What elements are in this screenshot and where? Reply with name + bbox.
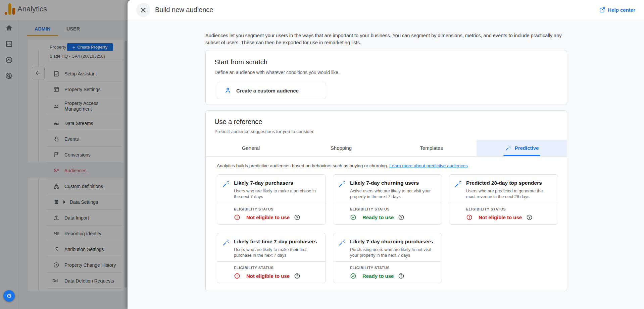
audience-title: Likely 7-day churning purchasers	[350, 239, 437, 245]
magic-wand-icon	[222, 180, 230, 188]
reference-tabs: General Shopping Templates Predictive	[206, 140, 567, 157]
use-a-reference-card: Use a reference Prebuilt audience sugges…	[205, 110, 567, 291]
check-icon	[350, 214, 356, 221]
audience-title: Likely 7-day churning users	[350, 180, 437, 186]
intro-text: Audiences let you segment your users in …	[205, 32, 566, 46]
audience-card-predicted-28-day-top-spenders[interactable]: Predicted 28-day top spenders Users who …	[449, 174, 558, 225]
card-title: Start from scratch	[214, 58, 558, 66]
gear-icon[interactable]: ⚙	[3, 290, 15, 302]
tab-shopping[interactable]: Shopping	[296, 140, 386, 156]
help-icon[interactable]	[294, 273, 300, 279]
eligibility-label: ELIGIBILITY STATUS	[234, 266, 321, 270]
card-subtitle: Define an audience with whatever conditi…	[214, 70, 558, 75]
build-audience-dialog: Build new audience Help center Audiences…	[128, 0, 644, 309]
audience-description: Purchasing users who are likely to not v…	[350, 247, 437, 258]
person-icon	[225, 87, 231, 94]
dialog-header: Build new audience Help center	[128, 0, 644, 20]
create-custom-audience-button[interactable]: Create a custom audience	[217, 82, 326, 99]
audience-grid: Likely 7-day purchasers Users who are li…	[217, 174, 556, 283]
help-icon[interactable]	[398, 273, 404, 279]
eligibility-label: ELIGIBILITY STATUS	[350, 266, 437, 270]
magic-wand-icon	[505, 145, 511, 151]
help-center-link[interactable]: Help center	[599, 7, 635, 13]
close-button[interactable]	[136, 3, 150, 17]
eligibility-label: ELIGIBILITY STATUS	[234, 207, 321, 211]
active-tab-underline	[503, 155, 540, 156]
eligibility-status: Not eligible to use	[234, 214, 321, 221]
start-from-scratch-card: Start from scratch Define an audience wi…	[205, 50, 567, 105]
check-icon	[350, 273, 356, 279]
audience-card-likely-7-day-churning-users[interactable]: Likely 7-day churning users Active users…	[333, 174, 442, 225]
tab-templates[interactable]: Templates	[386, 140, 477, 156]
close-icon	[140, 7, 146, 13]
page-title: Build new audience	[155, 6, 599, 14]
tab-predictive[interactable]: Predictive	[477, 140, 567, 156]
audience-description: Users who are likely to make their first…	[234, 247, 321, 258]
help-icon[interactable]	[398, 214, 404, 221]
audience-card-likely-first-time-7-day-purchasers[interactable]: Likely first-time 7-day purchasers Users…	[217, 233, 326, 283]
ga4-admin-page: Analytics ADMIN USER	[0, 0, 644, 309]
audience-description: Users who are likely to make a purchase …	[234, 188, 321, 200]
help-icon[interactable]	[294, 214, 300, 221]
audience-card-likely-7-day-purchasers[interactable]: Likely 7-day purchasers Users who are li…	[217, 174, 326, 225]
card-title: Use a reference	[214, 118, 558, 126]
eligibility-label: ELIGIBILITY STATUS	[350, 207, 437, 211]
magic-wand-icon	[454, 180, 462, 188]
eligibility-status: Ready to use	[350, 273, 437, 279]
audience-description: Active users who are likely to not visit…	[350, 188, 437, 200]
eligibility-label: ELIGIBILITY STATUS	[466, 207, 553, 211]
error-icon	[234, 273, 240, 279]
error-icon	[466, 214, 473, 221]
audience-title: Predicted 28-day top spenders	[466, 180, 553, 186]
audience-description: Users who are predicted to generate the …	[466, 188, 553, 200]
predictive-panel: Analytics builds predictive audiences ba…	[206, 157, 567, 283]
card-subtitle: Prebuilt audience suggestions for you to…	[214, 129, 558, 134]
dialog-body: Audiences let you segment your users in …	[128, 20, 644, 309]
tab-general[interactable]: General	[206, 140, 296, 156]
external-link-icon	[599, 7, 605, 13]
error-icon	[234, 214, 240, 221]
eligibility-status: Ready to use	[350, 214, 437, 221]
magic-wand-icon	[338, 239, 346, 247]
magic-wand-icon	[338, 180, 346, 188]
help-icon[interactable]	[526, 214, 533, 221]
eligibility-status: Not eligible to use	[466, 214, 553, 221]
learn-more-link[interactable]: Learn more about predictive audiences	[389, 163, 467, 168]
predictive-info: Analytics builds predictive audiences ba…	[217, 163, 556, 168]
audience-title: Likely first-time 7-day purchasers	[234, 239, 321, 245]
magic-wand-icon	[222, 239, 230, 247]
eligibility-status: Not eligible to use	[234, 273, 321, 279]
audience-title: Likely 7-day purchasers	[234, 180, 321, 186]
audience-card-likely-7-day-churning-purchasers[interactable]: Likely 7-day churning purchasers Purchas…	[333, 233, 442, 283]
